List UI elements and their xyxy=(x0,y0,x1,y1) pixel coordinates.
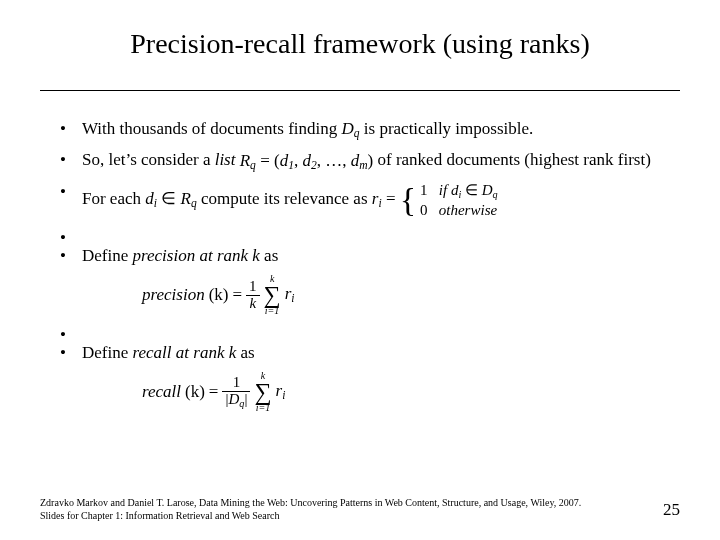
summation: k ∑ i=1 xyxy=(264,274,281,316)
math-Dq: Dq xyxy=(341,119,359,138)
text: compute its relevance as xyxy=(197,190,372,209)
footer: Zdravko Markov and Daniel T. Larose, Dat… xyxy=(40,497,640,522)
text: as xyxy=(236,343,254,362)
fraction: 1 k xyxy=(246,279,260,312)
text: So, let’s consider a xyxy=(82,150,215,169)
summation: k ∑ i=1 xyxy=(254,371,271,413)
bullet-3: For each di ∈ Rq compute its relevance a… xyxy=(60,181,660,219)
slide: Precision-recall framework (using ranks)… xyxy=(0,0,720,540)
bullet-1: With thousands of documents finding Dq i… xyxy=(60,118,660,141)
footer-line-2: Slides for Chapter 1: Information Retrie… xyxy=(40,510,640,523)
equation-recall: recall (k) = 1 |Dq| k ∑ i=1 ri xyxy=(142,371,660,413)
spacer xyxy=(60,227,660,245)
footer-line-1: Zdravko Markov and Daniel T. Larose, Dat… xyxy=(40,497,640,510)
text: With thousands of documents finding xyxy=(82,119,341,138)
bullet-5: Define recall at rank k as recall (k) = … xyxy=(60,342,660,413)
math-Rq-list: Rq = (d1, d2, …, dm) xyxy=(240,151,378,170)
spacer xyxy=(60,324,660,342)
text: Define xyxy=(82,343,133,362)
text: Define xyxy=(82,246,133,265)
text-italic: list xyxy=(215,150,240,169)
title-rule xyxy=(40,90,680,91)
bullet-list: With thousands of documents finding Dq i… xyxy=(60,118,660,421)
page-number: 25 xyxy=(663,500,680,520)
text-italic: recall at rank k xyxy=(133,343,237,362)
text: For each xyxy=(82,190,145,209)
bullet-2: So, let’s consider a list Rq = (d1, d2, … xyxy=(60,149,660,173)
text: is practically impossible. xyxy=(360,119,534,138)
text: as xyxy=(260,246,278,265)
slide-title: Precision-recall framework (using ranks) xyxy=(0,28,720,60)
math-di: di ∈ Rq xyxy=(145,189,196,208)
fraction: 1 |Dq| xyxy=(222,375,250,409)
equation-precision: precision (k) = 1 k k ∑ i=1 ri xyxy=(142,274,660,316)
bullet-4: Define precision at rank k as precision … xyxy=(60,245,660,316)
text-italic: precision at rank k xyxy=(133,246,260,265)
text: of ranked documents (highest rank first) xyxy=(377,150,650,169)
math-ri-cases: ri = { 1 if di ∈ Dq 0 otherwise xyxy=(372,189,498,208)
